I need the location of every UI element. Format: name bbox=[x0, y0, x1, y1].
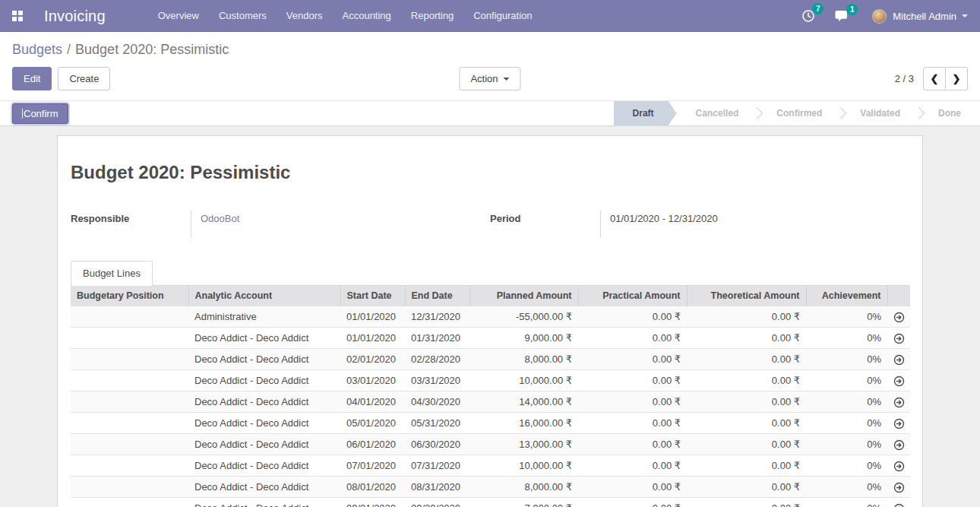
open-record-icon[interactable] bbox=[893, 482, 905, 493]
column-header-theoretical-amount[interactable]: Theoretical Amount bbox=[687, 286, 806, 306]
cell-achievement: 0% bbox=[806, 434, 887, 455]
budget-line-row[interactable]: Deco Addict - Deco Addict09/01/202009/30… bbox=[71, 498, 910, 507]
open-record-icon[interactable] bbox=[893, 461, 905, 472]
lines-table-header-row: Budgetary PositionAnalytic AccountStart … bbox=[71, 286, 910, 306]
cell-end-date: 05/31/2020 bbox=[405, 413, 469, 434]
activity-count-badge: 7 bbox=[812, 3, 824, 14]
column-header-achievement[interactable]: Achievement bbox=[806, 286, 887, 306]
column-header-planned-amount[interactable]: Planned Amount bbox=[469, 286, 578, 306]
column-header-end-date[interactable]: End Date bbox=[405, 286, 469, 306]
cell-analytic-account: Deco Addict - Deco Addict bbox=[188, 349, 340, 370]
open-record-icon[interactable] bbox=[893, 333, 905, 344]
activities-button[interactable]: 7 bbox=[801, 9, 815, 23]
breadcrumb-budgets-link[interactable]: Budgets bbox=[12, 42, 62, 57]
top-nav-bar: Invoicing OverviewCustomersVendorsAccoun… bbox=[0, 0, 980, 32]
menu-reporting[interactable]: Reporting bbox=[401, 0, 463, 32]
open-record-icon[interactable] bbox=[893, 418, 905, 429]
cell-start-date: 04/01/2020 bbox=[340, 391, 405, 413]
open-record-icon[interactable] bbox=[893, 439, 905, 451]
cell-start-date: 07/01/2020 bbox=[340, 455, 405, 477]
cell-open-record bbox=[887, 477, 910, 498]
stage-done[interactable]: Done bbox=[919, 101, 980, 125]
messages-button[interactable]: 1 bbox=[835, 10, 849, 23]
cell-end-date: 03/31/2020 bbox=[405, 370, 469, 391]
field-period-label: Period bbox=[490, 211, 600, 238]
menu-accounting[interactable]: Accounting bbox=[333, 0, 401, 32]
column-header-budgetary-position[interactable]: Budgetary Position bbox=[71, 286, 188, 306]
column-header-practical-amount[interactable]: Practical Amount bbox=[578, 286, 687, 306]
budget-line-row[interactable]: Deco Addict - Deco Addict05/01/202005/31… bbox=[71, 413, 910, 434]
menu-vendors[interactable]: Vendors bbox=[277, 0, 333, 32]
budget-line-row[interactable]: Deco Addict - Deco Addict08/01/202008/31… bbox=[71, 477, 910, 498]
cell-analytic-account: Deco Addict - Deco Addict bbox=[188, 413, 340, 434]
cell-planned-amount: 8,000.00 ₹ bbox=[469, 477, 578, 498]
pager-previous-button[interactable]: ❮ bbox=[923, 67, 946, 90]
open-record-icon[interactable] bbox=[893, 375, 905, 387]
confirm-button[interactable]: Confirm bbox=[12, 103, 68, 124]
cell-achievement: 0% bbox=[806, 477, 887, 498]
cell-theoretical-amount: 0.00 ₹ bbox=[687, 328, 806, 349]
cell-analytic-account: Administrative bbox=[188, 306, 340, 328]
budget-lines-table: Budgetary PositionAnalytic AccountStart … bbox=[71, 286, 910, 507]
cell-achievement: 0% bbox=[806, 328, 887, 349]
tab-budget-lines[interactable]: Budget Lines bbox=[71, 261, 153, 286]
focus-caret bbox=[22, 109, 23, 119]
budget-line-row[interactable]: Deco Addict - Deco Addict03/01/202003/31… bbox=[71, 370, 910, 391]
open-record-icon[interactable] bbox=[893, 397, 905, 408]
action-dropdown-button[interactable]: Action bbox=[459, 67, 520, 90]
notebook-tabs: Budget Lines bbox=[71, 261, 909, 286]
cell-analytic-account: Deco Addict - Deco Addict bbox=[188, 498, 340, 507]
cell-planned-amount: 16,000.00 ₹ bbox=[469, 413, 578, 434]
create-button[interactable]: Create bbox=[58, 67, 110, 90]
cell-budgetary-position bbox=[71, 413, 188, 434]
stage-confirmed[interactable]: Confirmed bbox=[757, 101, 841, 125]
pager-next-button[interactable]: ❯ bbox=[945, 67, 968, 90]
cell-practical-amount: 0.00 ₹ bbox=[578, 455, 687, 477]
budget-line-row[interactable]: Deco Addict - Deco Addict06/01/202006/30… bbox=[71, 434, 910, 455]
budget-line-row[interactable]: Deco Addict - Deco Addict01/01/202001/31… bbox=[71, 328, 910, 349]
stage-draft[interactable]: Draft bbox=[614, 101, 677, 125]
stage-cancelled[interactable]: Cancelled bbox=[677, 101, 758, 125]
open-record-icon[interactable] bbox=[893, 503, 905, 507]
column-header-start-date[interactable]: Start Date bbox=[340, 286, 405, 306]
column-header-open bbox=[887, 286, 910, 306]
budget-line-row[interactable]: Administrative01/01/202012/31/2020-55,00… bbox=[71, 306, 910, 328]
form-view: Budget 2020: Pessimistic Responsible Odo… bbox=[0, 126, 980, 507]
open-record-icon[interactable] bbox=[893, 312, 905, 323]
cell-practical-amount: 0.00 ₹ bbox=[578, 370, 687, 391]
edit-button[interactable]: Edit bbox=[12, 67, 52, 90]
cell-practical-amount: 0.00 ₹ bbox=[578, 498, 687, 507]
budget-line-row[interactable]: Deco Addict - Deco Addict07/01/202007/31… bbox=[71, 455, 910, 477]
cell-open-record bbox=[887, 349, 910, 370]
stage-validated[interactable]: Validated bbox=[841, 101, 919, 125]
top-menu: OverviewCustomersVendorsAccountingReport… bbox=[148, 0, 542, 32]
control-panel: Budgets/Budget 2020: Pessimistic Edit Cr… bbox=[0, 32, 980, 100]
cell-start-date: 05/01/2020 bbox=[340, 413, 405, 434]
field-responsible-value[interactable]: OdooBot bbox=[191, 211, 490, 238]
cell-open-record bbox=[887, 498, 910, 507]
cell-start-date: 02/01/2020 bbox=[340, 349, 405, 370]
menu-configuration[interactable]: Configuration bbox=[463, 0, 542, 32]
cell-start-date: 01/01/2020 bbox=[340, 328, 405, 349]
cell-practical-amount: 0.00 ₹ bbox=[578, 349, 687, 370]
cell-end-date: 07/31/2020 bbox=[405, 455, 469, 477]
cell-end-date: 01/31/2020 bbox=[405, 328, 469, 349]
apps-grid-icon[interactable] bbox=[12, 11, 23, 21]
cell-budgetary-position bbox=[71, 434, 188, 455]
user-menu[interactable]: Mitchell Admin bbox=[872, 9, 968, 24]
budget-line-row[interactable]: Deco Addict - Deco Addict04/01/202004/30… bbox=[71, 391, 910, 413]
open-record-icon[interactable] bbox=[893, 354, 905, 366]
cell-analytic-account: Deco Addict - Deco Addict bbox=[188, 455, 340, 477]
record-title: Budget 2020: Pessimistic bbox=[71, 162, 909, 183]
app-window: Invoicing OverviewCustomersVendorsAccoun… bbox=[0, 0, 980, 507]
field-period-value: 01/01/2020 - 12/31/2020 bbox=[600, 211, 909, 238]
cell-analytic-account: Deco Addict - Deco Addict bbox=[188, 434, 340, 455]
app-title[interactable]: Invoicing bbox=[44, 8, 106, 25]
cell-achievement: 0% bbox=[806, 498, 887, 507]
menu-overview[interactable]: Overview bbox=[148, 0, 209, 32]
column-header-analytic-account[interactable]: Analytic Account bbox=[188, 286, 340, 306]
budget-line-row[interactable]: Deco Addict - Deco Addict02/01/202002/28… bbox=[71, 349, 910, 370]
menu-customers[interactable]: Customers bbox=[209, 0, 277, 32]
control-panel-buttons: Edit Create Action 2 / 3 ❮ ❯ bbox=[12, 67, 968, 90]
cell-end-date: 06/30/2020 bbox=[405, 434, 469, 455]
